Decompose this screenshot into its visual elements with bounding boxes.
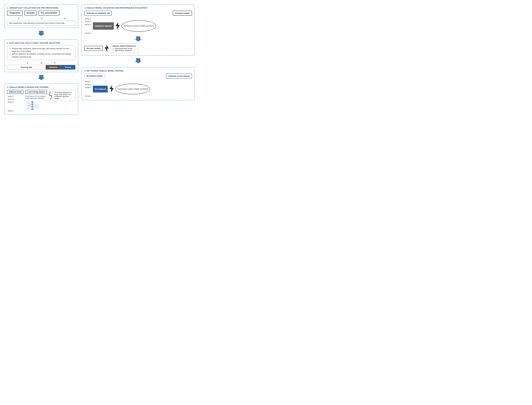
section2-bullets: Visualize data using plots, Append time …	[7, 46, 75, 60]
svg-line-23	[34, 102, 36, 105]
s5-top-row: Re-trained models Estimate on test datas…	[84, 74, 192, 79]
svg-line-13	[28, 102, 31, 107]
evaluate-models-box: Evaluate models	[173, 11, 192, 16]
svg-point-6	[31, 103, 34, 105]
lightning-icon-4	[116, 22, 120, 30]
main-container: 1. SENSOR DATA COLLECTION AND PRE-PROCES…	[4, 4, 195, 115]
svg-line-29	[34, 105, 36, 109]
svg-marker-31	[116, 22, 120, 30]
data-org-box: Data organization, Data cleansing, Conve…	[7, 21, 75, 25]
s4-bottom-row: Re-train models Improve model Performanc…	[84, 43, 192, 53]
network-diagram	[25, 100, 40, 112]
improve-bullet-1: Hyperparameter tuning	[115, 47, 136, 50]
perf-ellipse-4: Performance metrics; RMSE and MAPE	[121, 20, 156, 32]
retrain-box: Re-train models	[84, 46, 103, 51]
section2-title: 2. DATA ANALYSIS, SPLIT & INPUT FEATURE …	[7, 42, 75, 44]
arrow-1-2	[4, 31, 78, 36]
svg-line-30	[34, 107, 36, 109]
svg-point-8	[31, 108, 34, 110]
svg-point-10	[36, 106, 38, 108]
section1-box: 1. SENSOR DATA COLLECTION AND PRE-PROCES…	[4, 4, 78, 28]
grid-search-text: Grid Search CV for optimal hyperparamete…	[25, 95, 47, 99]
model-list-4: Model 1Model 2Model 3..Model n	[84, 17, 91, 35]
arrow-mid-4	[84, 36, 192, 42]
sensor-inputs: Temperature Humidity CO2 concentration	[7, 11, 75, 15]
svg-marker-34	[135, 58, 142, 63]
svg-point-4	[27, 108, 28, 110]
section1-title: 1. SENSOR DATA COLLECTION AND PRE-PROCES…	[7, 7, 75, 9]
svg-point-2	[27, 101, 28, 104]
bullet-1: Visualize data using plots, Append time …	[12, 47, 73, 53]
split-validation: Validation	[46, 65, 61, 69]
s5-mid-row: Model 1Model 2Model 3..Model n Test data…	[84, 80, 192, 98]
lightning-icon-retrain	[105, 44, 109, 52]
sensor-humidity: Humidity	[24, 11, 37, 15]
estimate-validation-box: Estimate on validation set	[84, 11, 112, 16]
section2-box: 2. DATA ANALYSIS, SPLIT & INPUT FEATURE …	[4, 39, 78, 72]
section4-title: 4. XGBoost MODEL VALIDATION AND PERFORMA…	[84, 7, 192, 9]
model-list-3: Model 1Model 2Model 3..Model n	[7, 95, 23, 112]
xgboost-model-box: XGBoost model	[7, 90, 23, 94]
s3-left: XGBoost model Model 1Model 2Model 3..Mod…	[7, 90, 23, 112]
svg-line-22	[28, 109, 31, 109]
improve-title: Improve model Performance;	[112, 45, 136, 47]
svg-point-5	[31, 101, 34, 103]
split-training: Training data	[7, 65, 46, 69]
data-split-bar: Training data Validation Testing	[7, 65, 75, 70]
test-dataset-box: Test dataset	[93, 86, 108, 93]
section3-title: 3. XGBoost MODELS DESIGN AND TRAINING	[7, 86, 75, 88]
lightning-icon-5	[109, 85, 114, 93]
left-column: 1. SENSOR DATA COLLECTION AND PRE-PROCES…	[4, 4, 78, 115]
sensor-co2: CO2 concentration	[39, 11, 59, 15]
section4-box: 4. XGBoost MODEL VALIDATION AND PERFORMA…	[82, 4, 195, 56]
improve-box: Improve model Performance; Hyperparamete…	[111, 43, 138, 53]
arrow-4-5	[82, 58, 195, 65]
s4-top-row: Estimate on validation set Evaluate mode…	[84, 11, 192, 16]
section3-box: 3. XGBoost MODELS DESIGN AND TRAINING XG…	[4, 83, 78, 115]
svg-marker-32	[135, 36, 142, 41]
arrow-2-3	[4, 75, 78, 81]
right-column: 4. XGBoost MODEL VALIDATION AND PERFORMA…	[82, 4, 195, 115]
sensor-temperature: Temperature	[7, 11, 23, 15]
load-training-box: Load training dataset	[25, 90, 47, 94]
split-testing: Testing	[61, 65, 75, 69]
retrained-models-box: Re-trained models	[84, 74, 105, 78]
perf-ellipse-5: Performance metrics; RMSE and MAPE	[115, 84, 150, 94]
fit-box: Fit training datasets for each case stud…	[53, 90, 75, 101]
lightning-icon-3	[49, 91, 52, 100]
model-list-5: Model 1Model 2Model 3..Model n	[84, 80, 91, 98]
svg-marker-0	[38, 31, 45, 36]
s3-middle-col: Load training dataset Grid Search CV for…	[25, 90, 47, 112]
validation-dataset-box: Validation dataset	[93, 22, 114, 30]
section5-box: 5. RE-TRAINED XGBoost MODEL TESTING Re-t…	[82, 67, 195, 100]
svg-marker-35	[109, 85, 114, 93]
section5-title: 5. RE-TRAINED XGBoost MODEL TESTING	[84, 70, 192, 72]
improve-bullet-2: Input feature selection	[115, 50, 136, 52]
bullet-2: Split the dataset for temperature, Humid…	[12, 53, 73, 59]
svg-marker-33	[105, 44, 109, 52]
estimate-test-box: Estimate on test dataset	[166, 74, 192, 79]
svg-marker-1	[38, 75, 45, 80]
svg-point-3	[27, 105, 28, 107]
s3-layout: XGBoost model Model 1Model 2Model 3..Mod…	[7, 90, 75, 112]
s3-right-col: Fit training datasets for each case stud…	[49, 90, 75, 101]
svg-point-9	[36, 104, 38, 106]
svg-point-7	[31, 106, 34, 108]
s4-mid-row: Model 1Model 2Model 3..Model n Validatio…	[84, 17, 192, 35]
